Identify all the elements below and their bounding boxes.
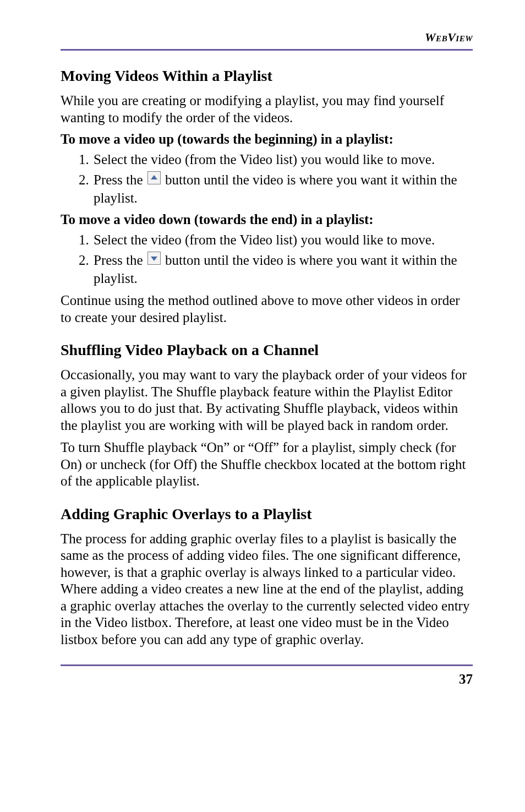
heading-shuffling: Shuffling Video Playback on a Channel xyxy=(61,341,473,359)
paragraph-overlays-1: The process for adding graphic overlay f… xyxy=(61,531,473,648)
paragraph-moving-intro: While you are creating or modifying a pl… xyxy=(61,92,473,126)
step-down-2: Press the button until the video is wher… xyxy=(92,252,473,287)
step-down-1: Select the video (from the Video list) y… xyxy=(92,232,473,249)
heading-moving-videos: Moving Videos Within a Playlist xyxy=(61,67,473,85)
step-up-2: Press the button until the video is wher… xyxy=(92,172,473,207)
paragraph-moving-outro: Continue using the method outlined above… xyxy=(61,292,473,326)
steps-move-down: Select the video (from the Video list) y… xyxy=(61,232,473,287)
paragraph-shuffling-1: Occasionally, you may want to vary the p… xyxy=(61,367,473,434)
steps-move-up: Select the video (from the Video list) y… xyxy=(61,151,473,206)
subhead-move-down: To move a video down (towards the end) i… xyxy=(61,212,473,227)
move-down-icon xyxy=(147,252,161,269)
move-up-icon xyxy=(147,171,161,189)
subhead-move-up: To move a video up (towards the beginnin… xyxy=(61,132,473,147)
heading-overlays: Adding Graphic Overlays to a Playlist xyxy=(61,505,473,523)
page-number: 37 xyxy=(61,672,473,687)
top-rule xyxy=(61,49,473,51)
paragraph-shuffling-2: To turn Shuffle playback “On” or “Off” f… xyxy=(61,439,473,490)
step-down-2-before: Press the xyxy=(94,253,146,268)
step-up-2-before: Press the xyxy=(94,172,146,187)
bottom-rule xyxy=(61,664,473,666)
step-up-1: Select the video (from the Video list) y… xyxy=(92,151,473,168)
running-head: WebView xyxy=(61,30,473,45)
